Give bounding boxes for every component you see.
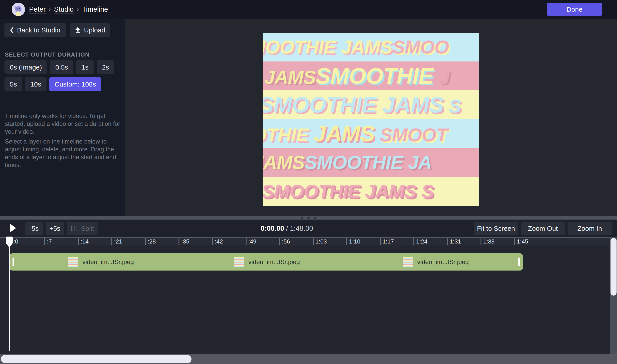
panel-resize-divider[interactable] — [0, 216, 617, 220]
smoothie-jams-text: S — [444, 95, 461, 117]
smoothie-jams-text: SMOOTHIE JAMS — [263, 92, 444, 117]
horizontal-scrollbar-track[interactable] — [0, 354, 617, 364]
ruler-tick: :49 — [246, 238, 247, 245]
ruler-tick: :21 — [111, 238, 112, 245]
horizontal-scrollbar-thumb[interactable] — [1, 355, 191, 363]
smoothie-jams-text: SMOOTHIE — [316, 63, 439, 88]
canvas-area: MOOTHIE JAMSSMOOIE JAMSSMOOTHIE JSSMOOTH… — [125, 19, 617, 216]
ruler-tick: :28 — [145, 238, 146, 245]
ruler-tick: 1:38 — [481, 238, 482, 245]
clip-thumbnail — [234, 257, 244, 267]
duration-option-2s[interactable]: 2s — [97, 60, 115, 74]
plus-5s-button[interactable]: +5s — [46, 222, 64, 235]
upload-label: Upload — [84, 26, 105, 34]
vertical-scrollbar-track[interactable] — [610, 237, 617, 354]
vertical-scrollbar-thumb[interactable] — [611, 238, 617, 296]
back-to-studio-label: Back to Studio — [17, 26, 60, 34]
playhead-handle[interactable] — [6, 236, 13, 249]
clip-item: video_im...tSr.jpeg — [234, 253, 300, 271]
ruler-tick-label: :56 — [282, 238, 290, 245]
smoothie-jams-preview-image[interactable]: MOOTHIE JAMSSMOOIE JAMSSMOOTHIE JSSMOOTH… — [263, 33, 479, 206]
ruler-tick-label: :49 — [248, 238, 256, 245]
split-button[interactable]: Split — [67, 222, 97, 235]
ruler-tick-label: :28 — [148, 238, 156, 245]
ruler-tick-label: 1:24 — [416, 238, 428, 245]
canvas-stripe-4: OTHIE JAMS SMOOT — [263, 119, 479, 148]
divider-handle-dot — [314, 217, 316, 219]
divider-handle-dot — [307, 217, 310, 219]
canvas-stripe-3: SSMOOTHIE JAMS S — [263, 90, 479, 119]
duration-option-0.5s[interactable]: 0.5s — [50, 60, 73, 74]
breadcrumb-studio[interactable]: Studio — [54, 5, 74, 13]
upload-button[interactable]: Upload — [70, 23, 110, 37]
clip-filename: video_im...tSr.jpeg — [82, 259, 134, 266]
clip-trim-handle-right[interactable] — [518, 258, 520, 266]
fit-to-screen-button[interactable]: Fit to Screen — [474, 222, 518, 235]
duration-option-0s-image-[interactable]: 0s (Image) — [4, 60, 47, 74]
clip-filename: video_im...tSr.jpeg — [417, 259, 469, 266]
time-display: 0:00.00 / 1:48.00 — [261, 222, 313, 235]
ruler-tick-label: 1:17 — [383, 238, 394, 245]
upload-icon — [75, 27, 81, 34]
breadcrumb: Peter › Studio › Timeline — [29, 0, 108, 19]
duration-option-custom-108s[interactable]: Custom: 108s — [49, 77, 101, 91]
ruler-tick: 1:31 — [447, 238, 448, 245]
smoothie-jams-text: S SMOOTHIE JAMS S — [263, 181, 434, 202]
zoom-in-button[interactable]: Zoom In — [568, 222, 612, 235]
duration-option-5s[interactable]: 5s — [4, 77, 22, 91]
user-avatar[interactable] — [12, 3, 25, 16]
smoothie-jams-text: MOOTHIE JAMS — [263, 37, 392, 57]
timeline-panel: -5s +5s Split 0:00.00 / 1:48.00 Fit to S… — [0, 220, 617, 364]
back-to-studio-button[interactable]: Back to Studio — [4, 23, 66, 37]
ruler-tick-label: 1:10 — [349, 238, 360, 245]
select-output-duration-title: SELECT OUTPUT DURATION — [5, 52, 90, 58]
top-bar: Peter › Studio › Timeline Done — [0, 0, 617, 19]
split-label: Split — [81, 225, 94, 232]
ruler-tick: :14 — [78, 238, 79, 245]
duration-option-10s[interactable]: 10s — [25, 77, 47, 91]
ruler-tick: 1:45 — [514, 238, 515, 245]
current-time: 0:00.00 — [261, 224, 284, 233]
timeline-end-dashed-line — [528, 237, 617, 238]
done-button[interactable]: Done — [547, 3, 602, 16]
clip-item: video_im...tSr.jpeg — [68, 253, 134, 271]
smoothie-jams-text: IE JAMS — [263, 67, 316, 88]
total-time: 1:48.00 — [290, 224, 313, 233]
breadcrumb-timeline: Timeline — [82, 5, 108, 13]
ruler-tick: :35 — [178, 238, 179, 245]
smoothie-jams-text: JAMS — [263, 152, 305, 173]
smoothie-jams-text: SMOOTHIE JA — [305, 152, 431, 173]
playhead-line — [9, 237, 10, 351]
ruler-tick-label: :42 — [215, 238, 223, 245]
play-button[interactable] — [9, 223, 18, 233]
time-separator: / — [284, 224, 290, 233]
timeline-toolbar: -5s +5s Split 0:00.00 / 1:48.00 Fit to S… — [0, 220, 617, 237]
minus-5s-button[interactable]: -5s — [25, 222, 43, 235]
clip-thumbnail — [403, 257, 413, 267]
ruler-tick: 1:10 — [346, 238, 347, 245]
smoothie-jams-text: JAMS — [313, 121, 375, 146]
ruler-tick-label: 1:38 — [483, 238, 495, 245]
chevron-left-icon — [10, 27, 14, 34]
timeline-ruler[interactable]: :0:7:14:21:28:35:42:49:561:031:101:171:2… — [0, 237, 617, 246]
ruler-tick: :7 — [44, 238, 45, 245]
zoom-out-button[interactable]: Zoom Out — [521, 222, 565, 235]
ruler-tick-label: :0 — [13, 238, 18, 245]
ruler-tick-label: :14 — [80, 238, 89, 245]
breadcrumb-peter[interactable]: Peter — [29, 5, 46, 13]
duration-options: 0s (Image)0.5s1s2s5s10sCustom: 108s — [4, 60, 116, 91]
ruler-tick: 1:17 — [380, 238, 381, 245]
ruler-tick-label: 1:03 — [315, 238, 327, 245]
kapwing-timeline-app: Peter › Studio › Timeline Done Back to S… — [0, 0, 617, 364]
ruler-tick-label: 1:31 — [450, 238, 461, 245]
playhead-icon — [6, 236, 13, 248]
video-clip-layer[interactable]: video_im...tSr.jpegvideo_im...tSr.jpegvi… — [9, 253, 523, 271]
ruler-tick: 1:24 — [414, 238, 414, 245]
ruler-tick: 1:03 — [313, 238, 314, 245]
canvas-stripe-6: S SMOOTHIE JAMS S — [263, 177, 479, 206]
ruler-tick-label: :7 — [47, 238, 52, 245]
ruler-tick-label: :35 — [181, 238, 189, 245]
smoothie-jams-text: SMOO — [392, 37, 449, 57]
duration-option-1s[interactable]: 1s — [76, 60, 94, 74]
clip-trim-handle-left[interactable] — [13, 258, 14, 266]
